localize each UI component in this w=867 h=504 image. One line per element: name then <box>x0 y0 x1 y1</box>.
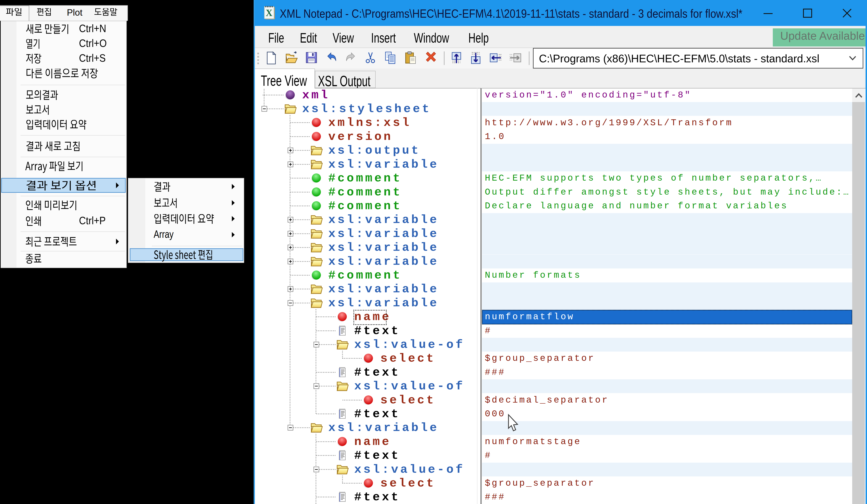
svg-text:X: X <box>266 8 272 18</box>
